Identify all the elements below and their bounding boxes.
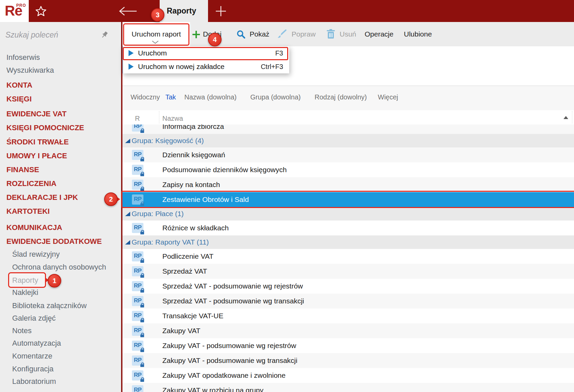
filter-kind[interactable]: Rodzaj (dowolny) [315,93,367,101]
delete-button[interactable]: Usuń [340,30,356,38]
tab-title: Raporty [167,6,201,16]
lock-icon [140,288,144,293]
tab-raporty[interactable]: Raporty [160,0,208,22]
report-rp-icon: RP [132,296,143,306]
lock-icon [140,157,144,161]
filter-name[interactable]: Nazwa (dowolna) [184,93,237,101]
sidebar-item-automatyzacja[interactable]: Automatyzacja [12,339,61,348]
table-row[interactable]: RP Różnice w składkach [122,221,574,235]
show-button[interactable]: Pokaż [250,30,269,38]
sidebar-item-infoserwis[interactable]: Infoserwis [6,53,40,62]
table-row[interactable]: RP Sprzedaż VAT - podsumowanie wg transa… [122,294,574,308]
sort-ascending-icon[interactable] [564,116,568,119]
lock-icon [140,129,144,133]
favorites-star-icon[interactable] [35,5,47,17]
title-bar [0,0,574,22]
report-list: RP Informacja zbiorcza Grupa: Księgowość… [122,124,574,392]
group-row-place[interactable]: Grupa: Płace (1) [122,207,574,221]
app-window: { "app": { "logo_text": "Re", "logo_sup"… [0,0,574,392]
filter-more[interactable]: Więcej [378,93,398,101]
annotation-step-1: 1 [48,274,61,287]
report-rp-icon: RP [132,355,143,366]
table-row[interactable]: RP Zapisy na kontach [122,177,574,192]
sidebar-item-konfiguracja[interactable]: Konfiguracja [12,365,53,373]
report-rp-icon: RP [132,150,143,160]
sidebar-item-komentarze[interactable]: Komentarze [12,352,52,361]
sidebar-item-ksiegi-pomocnicze[interactable]: KSIĘGI POMOCNICZE [6,123,84,132]
annotation-step-3: 3 [151,8,164,22]
logo-sup: PRO [16,3,26,8]
sidebar-item-notes[interactable]: Notes [12,326,31,335]
table-row[interactable]: RP Zakupy VAT - podsumowanie wg rejestró… [122,338,574,353]
column-header-nazwa[interactable]: Nazwa [162,115,183,122]
table-row[interactable]: RP Zakupy VAT - podsumowanie wg transakc… [122,353,574,368]
group-row-raporty-vat[interactable]: Grupa: Raporty VAT (11) [122,235,574,249]
table-row[interactable]: RP Informacja zbiorcza [122,124,574,134]
table-row[interactable]: RP Sprzedaż VAT [122,264,574,279]
sidebar-item-konta[interactable]: KONTA [6,81,32,90]
table-row[interactable]: RP Transakcje VAT-UE [122,308,574,323]
new-tab-icon[interactable] [214,5,227,18]
report-rp-icon: RP [132,165,143,175]
delete-trash-icon [326,29,336,40]
report-rp-icon: RP [132,385,143,392]
lock-icon [140,333,144,337]
sidebar-item-ewidencje-vat[interactable]: EWIDENCJE VAT [6,110,67,118]
sidebar-item-ewidencje-dodatkowe[interactable]: EWIDENCJE DODATKOWE [6,237,102,246]
report-rp-icon: RP [132,266,143,276]
table-row[interactable]: RP Podliczenie VAT [122,249,574,264]
collapse-triangle-icon[interactable] [125,139,130,143]
table-row[interactable]: RP Zakupy VAT opodatkowane i zwolnione [122,368,574,383]
search-magnifier-icon [236,29,246,39]
column-header-r[interactable]: R [135,115,140,122]
favorites-menu-button[interactable]: Ulubione [404,30,432,38]
report-rp-icon: RP [132,223,143,233]
back-arrow-icon[interactable] [118,6,138,16]
sidebar-item-galeria-zdjec[interactable]: Galeria zdjęć [12,314,55,323]
sidebar-item-ochrona-danych[interactable]: Ochrona danych osobowych [12,263,106,272]
pin-icon[interactable] [100,30,109,39]
table-row[interactable]: RP Zakupy VAT w rozbiciu na grupy [122,383,574,392]
report-rp-icon: RP [132,370,143,381]
lock-icon [140,363,144,367]
lock-icon [140,303,144,307]
report-rp-icon: RP [132,311,143,321]
operations-menu-button[interactable]: Operacje [365,30,393,38]
app-logo[interactable]: Re PRO [0,0,29,22]
collapse-triangle-icon[interactable] [125,212,130,216]
sidebar-item-srodki-trwale[interactable]: ŚRODKI TRWAŁE [6,138,69,146]
group-row-ksiegowosc[interactable]: Grupa: Księgowość (4) [122,134,574,147]
menu-item-shortcut: Ctrl+F3 [261,63,283,71]
sidebar-item-finanse[interactable]: FINANSE [6,165,39,174]
report-rp-icon: RP [132,251,143,261]
sidebar-item-naklejki[interactable]: Naklejki [12,288,38,297]
sidebar-item-kartoteki[interactable]: KARTOTEKI [6,207,50,216]
table-row[interactable]: RP Dziennik księgowań [122,147,574,162]
sidebar-item-laboratorium[interactable]: Laboratorium [12,377,56,386]
table-row[interactable]: RP Zakupy VAT [122,323,574,338]
sidebar-item-wyszukiwarka[interactable]: Wyszukiwarka [6,66,54,75]
sidebar-item-komunikacja[interactable]: KOMUNIKACJA [6,223,62,232]
sidebar-item-biblioteka-zalacznikow[interactable]: Biblioteka załączników [12,301,87,310]
sidebar-item-slad-rewizyjny[interactable]: Ślad rewizyjny [12,250,60,259]
annotation-box-run-report [123,23,189,46]
filter-visible-label[interactable]: Widoczny [131,93,160,101]
menu-item-label: Uruchom w nowej zakładce [138,63,225,71]
sidebar-item-deklaracje-i-jpk[interactable]: DEKLARACJE I JPK [6,193,78,202]
lock-icon [140,258,144,263]
menu-item-uruchom-nowa-zakladka[interactable]: Uruchom w nowej zakładce Ctrl+F3 [123,60,289,73]
table-row[interactable]: RP Podsumowanie dzienników księgowych [122,162,574,177]
sidebar-item-ksiegi[interactable]: KSIĘGI [6,95,32,103]
report-rp-icon: RP [132,341,143,351]
annotation-step-2: 2 [104,192,118,206]
filter-visible-value[interactable]: Tak [165,93,176,101]
sidebar-item-umowy-i-place[interactable]: UMOWY I PŁACE [6,152,67,160]
lock-icon [140,230,144,234]
table-row[interactable]: RP Sprzedaż VAT - podsumowanie wg rejest… [122,279,574,294]
filter-group[interactable]: Grupa (dowolna) [250,93,301,101]
lock-icon [140,348,144,352]
collapse-triangle-icon[interactable] [125,240,130,245]
sidebar-item-rozliczenia[interactable]: ROZLICZENIA [6,179,56,188]
edit-button[interactable]: Popraw [292,30,316,38]
search-input[interactable] [5,29,94,41]
